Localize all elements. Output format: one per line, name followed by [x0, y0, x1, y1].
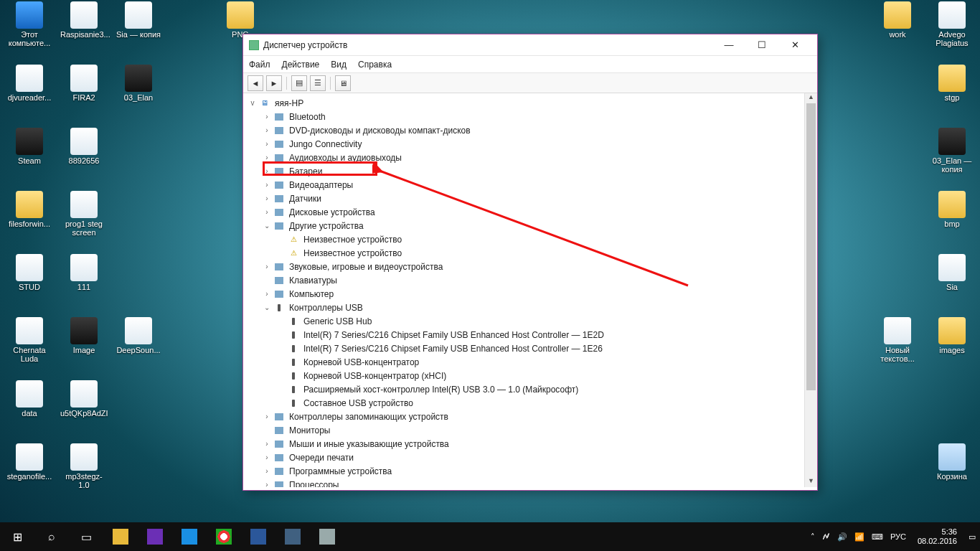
desktop-icon[interactable]: Этот компьюте...: [4, 1, 55, 47]
expand-icon[interactable]: ›: [262, 112, 272, 122]
expand-icon[interactable]: ›: [262, 412, 272, 422]
tree-item[interactable]: ⚠Неизвестное устройство: [243, 232, 804, 246]
tree-item[interactable]: ›Jungo Connectivity: [243, 137, 804, 151]
tree-item[interactable]: Мониторы: [243, 423, 804, 437]
search-button[interactable]: ⌕: [34, 522, 69, 551]
tray-power-icon[interactable]: 🗲: [822, 532, 830, 541]
taskbar-app-chrome[interactable]: [207, 522, 241, 551]
expand-icon[interactable]: ›: [262, 453, 272, 463]
desktop-icon[interactable]: Steam: [4, 128, 55, 165]
tree-item[interactable]: ⌄Другие устройства: [243, 219, 804, 232]
taskbar-app[interactable]: [172, 522, 207, 551]
desktop-icon[interactable]: data: [4, 380, 55, 418]
tree-item[interactable]: ⚠Неизвестное устройство: [243, 246, 804, 260]
desktop-icon[interactable]: 8892656: [59, 128, 109, 165]
desktop-icon[interactable]: Sia — копия: [113, 1, 164, 39]
desktop-icon[interactable]: Image: [59, 317, 109, 354]
desktop-icon[interactable]: Sia: [927, 254, 977, 291]
expand-icon[interactable]: [276, 344, 286, 354]
tree-item[interactable]: ⌄Контроллеры USB: [243, 301, 804, 314]
minimize-button[interactable]: —: [712, 34, 745, 55]
desktop-icon[interactable]: images: [927, 317, 977, 354]
taskbar-app-devmgr[interactable]: [310, 522, 344, 551]
taskbar-app-explorer[interactable]: [103, 522, 138, 551]
expand-icon[interactable]: [276, 330, 286, 340]
tree-item[interactable]: ›Звуковые, игровые и видеоустройства: [243, 260, 804, 273]
desktop-icon[interactable]: bmp: [927, 191, 977, 228]
taskbar-app[interactable]: [275, 522, 310, 551]
tree-item[interactable]: Intel(R) 7 Series/C216 Chipset Family US…: [243, 328, 804, 342]
tray-wifi-icon[interactable]: 📶: [854, 532, 864, 542]
tree-item[interactable]: ›Видеоадаптеры: [243, 178, 804, 192]
tree-item[interactable]: Generic USB Hub: [243, 314, 804, 328]
desktop-icon[interactable]: steganofile...: [4, 443, 55, 481]
taskbar-app-vs[interactable]: [138, 522, 172, 551]
scroll-down-icon[interactable]: ▼: [805, 477, 817, 487]
expand-icon[interactable]: [276, 357, 286, 367]
expand-icon[interactable]: [276, 371, 286, 381]
expand-icon[interactable]: ⌄: [262, 303, 272, 313]
taskbar-app-word[interactable]: [241, 522, 275, 551]
tree-item[interactable]: ›Батареи: [243, 164, 804, 178]
desktop-icon[interactable]: djvureader...: [4, 65, 55, 102]
expand-icon[interactable]: ›: [262, 166, 272, 176]
tree-item[interactable]: ›Контроллеры запоминающих устройств: [243, 410, 804, 423]
tree-item[interactable]: ›Bluetooth: [243, 110, 804, 123]
expand-icon[interactable]: ›: [262, 153, 272, 163]
tree-item[interactable]: Расширяемый хост-контроллер Intel(R) USB…: [243, 382, 804, 396]
desktop-icon[interactable]: FIRA2: [59, 65, 109, 102]
expand-icon[interactable]: ›: [262, 480, 272, 488]
desktop-icon[interactable]: mp3stegz-1.0: [59, 443, 109, 489]
scrollbar[interactable]: ▲ ▼: [804, 93, 817, 487]
tree-item[interactable]: ›Дисковые устройства: [243, 205, 804, 219]
desktop-icon[interactable]: stgp: [927, 65, 977, 102]
expand-icon[interactable]: ›: [262, 180, 272, 190]
desktop-icon[interactable]: u5tQKp8AdZI: [59, 380, 109, 418]
tree-item[interactable]: Intel(R) 7 Series/C216 Chipset Family US…: [243, 342, 804, 355]
menu-file[interactable]: Файл: [249, 60, 270, 70]
expand-icon[interactable]: ›: [262, 139, 272, 149]
scroll-thumb[interactable]: [806, 103, 816, 390]
expand-icon[interactable]: ›: [262, 262, 272, 272]
tray-chevron-icon[interactable]: ˄: [811, 532, 815, 542]
desktop-icon[interactable]: Корзина: [927, 443, 977, 481]
expand-icon[interactable]: [276, 248, 286, 258]
tree-item[interactable]: ›Датчики: [243, 192, 804, 205]
tree-item[interactable]: ›Мыши и иные указывающие устройства: [243, 437, 804, 451]
expand-icon[interactable]: [276, 316, 286, 326]
desktop-icon[interactable]: 03_Elan: [113, 65, 164, 102]
tree-item[interactable]: Клавиатуры: [243, 273, 804, 287]
tray-lang[interactable]: РУС: [890, 532, 906, 541]
tray-notifications-icon[interactable]: ▭: [969, 532, 976, 542]
tree-item[interactable]: ›Компьютер: [243, 287, 804, 301]
nav-back-button[interactable]: ◄: [248, 75, 263, 91]
show-hidden-button[interactable]: ▤: [291, 75, 307, 91]
expand-icon[interactable]: [262, 276, 272, 286]
desktop-icon[interactable]: Raspisanie3...: [59, 1, 109, 39]
menu-action[interactable]: Действие: [282, 60, 320, 70]
close-button[interactable]: ✕: [778, 34, 811, 55]
menu-help[interactable]: Справка: [358, 60, 392, 70]
tree-item[interactable]: ›Процессоры: [243, 478, 804, 487]
desktop-icon[interactable]: filesforwin...: [4, 191, 55, 228]
titlebar[interactable]: Диспетчер устройств — ☐ ✕: [243, 34, 817, 56]
expand-icon[interactable]: ›: [262, 126, 272, 136]
start-button[interactable]: ⊞: [0, 522, 34, 551]
tree-item[interactable]: ›Программные устройства: [243, 464, 804, 478]
menu-view[interactable]: Вид: [331, 60, 347, 70]
expand-icon[interactable]: ›: [262, 466, 272, 476]
expand-icon[interactable]: [276, 235, 286, 245]
tree-item[interactable]: Корневой USB-концентратор: [243, 355, 804, 369]
desktop-icon[interactable]: Новый текстов...: [872, 317, 923, 363]
scroll-up-icon[interactable]: ▲: [805, 93, 817, 103]
tree-item[interactable]: Корневой USB-концентратор (xHCI): [243, 369, 804, 382]
desktop-icon[interactable]: Advego Plagiatus: [927, 1, 977, 47]
expand-icon[interactable]: ⌄: [262, 221, 272, 231]
expand-icon[interactable]: [276, 385, 286, 395]
expand-icon[interactable]: ›: [262, 439, 272, 449]
device-tree[interactable]: v🖥яяя-HP›Bluetooth›DVD-дисководы и диско…: [243, 93, 804, 487]
desktop-icon[interactable]: STUD: [4, 254, 55, 291]
scan-hardware-button[interactable]: 🖥: [335, 75, 351, 91]
maximize-button[interactable]: ☐: [745, 34, 778, 55]
desktop-icon[interactable]: Chernata Luda: [4, 317, 55, 363]
